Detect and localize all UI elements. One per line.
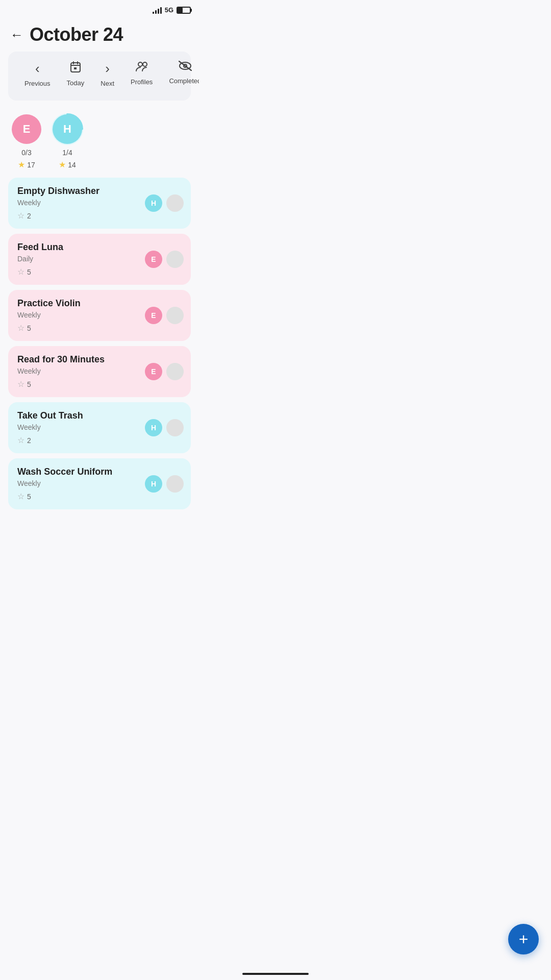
- task-card[interactable]: Wash Soccer Uniform Weekly ☆ 5 H: [8, 458, 191, 509]
- task-toggle-button[interactable]: [166, 363, 184, 380]
- svg-point-6: [143, 62, 147, 66]
- page-title: October 24: [30, 24, 123, 45]
- toolbar-previous-label: Previous: [24, 80, 51, 87]
- star-outline-icon: ☆: [17, 492, 24, 501]
- toolbar-completed-label: Completed: [169, 77, 199, 85]
- task-card[interactable]: Empty Dishwasher Weekly ☆ 2 H: [8, 178, 191, 229]
- profiles-section: E 0/3 ★ 17 H 1/4 ★ 14: [0, 109, 199, 178]
- toolbar-next-label: Next: [101, 80, 114, 87]
- toolbar: ‹ Previous Today › Next Profiles: [8, 52, 191, 101]
- profile-h-avatar-wrapper: H: [51, 113, 84, 145]
- star-outline-icon: ☆: [17, 323, 24, 333]
- previous-icon: ‹: [35, 61, 40, 77]
- profile-e-avatar: E: [12, 114, 41, 144]
- header: ← October 24: [0, 16, 199, 52]
- status-bar: 5G: [0, 0, 199, 16]
- task-right: H: [145, 194, 184, 212]
- toolbar-today-label: Today: [67, 79, 85, 87]
- signal-icon: [153, 7, 162, 14]
- task-points: 5: [27, 324, 31, 332]
- task-right: E: [145, 363, 184, 380]
- task-card[interactable]: Take Out Trash Weekly ☆ 2 H: [8, 402, 191, 453]
- task-right: E: [145, 251, 184, 268]
- task-assignee-avatar: E: [145, 251, 162, 268]
- star-outline-icon: ☆: [17, 379, 24, 389]
- task-assignee-avatar: E: [145, 307, 162, 324]
- network-label: 5G: [165, 6, 173, 14]
- toolbar-completed[interactable]: Completed: [161, 56, 199, 90]
- task-assignee-avatar: H: [145, 194, 162, 212]
- star-icon: ★: [59, 160, 66, 169]
- task-points-row: ☆ 5: [17, 492, 182, 501]
- completed-icon: [179, 61, 192, 74]
- svg-point-5: [138, 62, 142, 66]
- task-points: 5: [27, 268, 31, 276]
- profile-e-stars: ★ 17: [18, 160, 35, 169]
- task-points: 5: [27, 493, 31, 501]
- toolbar-profiles-label: Profiles: [131, 78, 153, 86]
- profiles-icon: [135, 61, 148, 75]
- calendar-icon: [69, 61, 82, 76]
- task-assignee-avatar: E: [145, 363, 162, 380]
- next-icon: ›: [105, 61, 110, 77]
- tasks-list: Empty Dishwasher Weekly ☆ 2 H Feed Luna …: [0, 178, 199, 560]
- star-icon: ★: [18, 160, 25, 169]
- toolbar-previous[interactable]: ‹ Previous: [16, 56, 59, 92]
- task-points: 2: [27, 212, 31, 220]
- battery-icon: [177, 7, 191, 14]
- profile-h[interactable]: H 1/4 ★ 14: [51, 113, 84, 169]
- task-points-row: ☆ 5: [17, 379, 182, 389]
- task-points: 5: [27, 380, 31, 388]
- svg-rect-4: [74, 67, 77, 69]
- task-card[interactable]: Read for 30 Minutes Weekly ☆ 5 E: [8, 346, 191, 397]
- task-assignee-avatar: H: [145, 475, 162, 493]
- profile-e-avatar-wrapper: E: [10, 113, 43, 145]
- task-points: 2: [27, 436, 31, 445]
- task-toggle-button[interactable]: [166, 475, 184, 493]
- task-right: E: [145, 307, 184, 324]
- task-card[interactable]: Practice Violin Weekly ☆ 5 E: [8, 290, 191, 341]
- profile-h-stars: ★ 14: [59, 160, 76, 169]
- task-right: H: [145, 419, 184, 436]
- star-outline-icon: ☆: [17, 435, 24, 445]
- profile-e-score: 0/3: [21, 149, 31, 157]
- task-card[interactable]: Feed Luna Daily ☆ 5 E: [8, 234, 191, 285]
- toolbar-profiles[interactable]: Profiles: [122, 56, 161, 91]
- toolbar-next[interactable]: › Next: [92, 56, 122, 92]
- task-toggle-button[interactable]: [166, 194, 184, 212]
- task-points-row: ☆ 2: [17, 211, 182, 220]
- task-right: H: [145, 475, 184, 493]
- star-outline-icon: ☆: [17, 267, 24, 277]
- task-assignee-avatar: H: [145, 419, 162, 436]
- profile-e[interactable]: E 0/3 ★ 17: [10, 113, 43, 169]
- back-button[interactable]: ←: [10, 27, 23, 43]
- task-points-row: ☆ 5: [17, 267, 182, 277]
- profile-h-avatar: H: [53, 114, 82, 144]
- star-outline-icon: ☆: [17, 211, 24, 220]
- task-toggle-button[interactable]: [166, 419, 184, 436]
- toolbar-today[interactable]: Today: [59, 56, 93, 92]
- task-toggle-button[interactable]: [166, 251, 184, 268]
- task-points-row: ☆ 5: [17, 323, 182, 333]
- profile-h-score: 1/4: [62, 149, 72, 157]
- task-points-row: ☆ 2: [17, 435, 182, 445]
- task-toggle-button[interactable]: [166, 307, 184, 324]
